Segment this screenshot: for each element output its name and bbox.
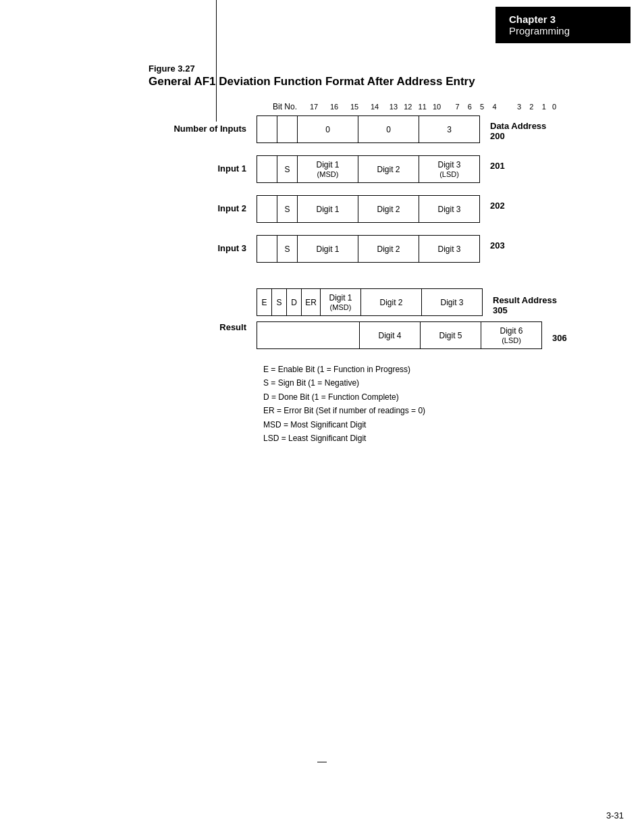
addr-202: 202 — [490, 195, 505, 211]
addr-num-306: 306 — [552, 333, 567, 343]
addr-num-200: 200 — [490, 131, 546, 141]
figure-title: General AF1 Deviation Function Format Af… — [149, 75, 603, 88]
addr-200: Data Address 200 — [490, 115, 546, 141]
result-section: Result E S D ER Digit 1(MSD) Digit 2 Dig… — [149, 288, 603, 349]
cell-in2-b17 — [257, 196, 277, 223]
bit-row-label: Bit No. — [263, 102, 297, 111]
addr-num-203: 203 — [490, 240, 505, 251]
bit-16: 16 — [324, 103, 344, 111]
chapter-sub: Programming — [509, 25, 617, 36]
cell-in2-digit1: Digit 1 — [298, 196, 358, 223]
addr-num-305: 305 — [493, 305, 557, 315]
result-address-label: Result Address — [493, 295, 557, 305]
addr-201: 201 — [490, 155, 505, 171]
cell-in2-s: S — [277, 196, 298, 223]
cell-res-digit3: Digit 3 — [422, 289, 483, 316]
cell-in1-digit2: Digit 2 — [358, 156, 419, 183]
cell-in3-b17 — [257, 236, 277, 263]
page-number: 3-31 — [606, 810, 624, 820]
legend-line-3: D = Done Bit (1 = Function Complete) — [263, 390, 603, 404]
input2-label: Input 2 — [149, 195, 257, 213]
bit-14: 14 — [365, 103, 385, 111]
chapter-label: Chapter 3 — [509, 14, 617, 25]
cell-res-digit2: Digit 2 — [361, 289, 422, 316]
cell-s: S — [272, 289, 287, 316]
result-rows: E S D ER Digit 1(MSD) Digit 2 Digit 3 Re… — [257, 288, 567, 349]
legend-line-5: MSD = Most Significant Digit — [263, 418, 603, 432]
input3-row: Input 3 S Digit 1 Digit 2 Digit 3 203 — [149, 235, 603, 263]
addr-num-202: 202 — [490, 201, 505, 211]
input1-label: Input 1 — [149, 155, 257, 174]
number-of-inputs-table: 0 0 3 — [257, 115, 480, 143]
input3-label: Input 3 — [149, 235, 257, 253]
figure-label: Figure 3.27 — [149, 63, 603, 74]
cell-in3-digit2: Digit 2 — [358, 236, 419, 263]
cell-in3-digit1: Digit 1 — [298, 236, 358, 263]
addr-306: 306 — [552, 328, 567, 343]
number-of-inputs-label: Number of Inputs — [149, 115, 257, 134]
main-content: Figure 3.27 General AF1 Deviation Functi… — [0, 43, 644, 465]
result-label: Result — [149, 288, 257, 332]
addr-num-201: 201 — [490, 161, 505, 171]
bit-74: 7 6 5 4 — [446, 103, 506, 111]
legend-line-6: LSD = Least Significant Digit — [263, 432, 603, 445]
cell-in1-digit1: Digit 1(MSD) — [298, 156, 358, 183]
legend-line-1: E = Enable Bit (1 = Function in Progress… — [263, 363, 603, 376]
cell-num-b13: 0 — [298, 116, 358, 143]
cell-num-b3: 3 — [419, 116, 480, 143]
left-rule — [216, 0, 217, 122]
cell-in2-digit2: Digit 2 — [358, 196, 419, 223]
cell-e: E — [257, 289, 272, 316]
bottom-dash: — — [317, 756, 327, 766]
cell-er: ER — [302, 289, 321, 316]
legend: E = Enable Bit (1 = Function in Progress… — [263, 363, 603, 445]
bit-row: Bit No. 17 16 15 14 13 12 11 10 7 6 5 4 … — [263, 102, 603, 111]
input1-row: Input 1 S Digit 1(MSD) Digit 2 Digit 3(L… — [149, 155, 603, 183]
result-table-row1: E S D ER Digit 1(MSD) Digit 2 Digit 3 — [257, 288, 483, 316]
cell-res-empty — [257, 322, 360, 349]
cell-res-digit6: Digit 6(LSD) — [481, 322, 542, 349]
cell-in1-b17 — [257, 156, 277, 183]
cell-in3-s: S — [277, 236, 298, 263]
chapter-badge: Chapter 3 Programming — [495, 7, 630, 43]
addr-305-wrapper: Result Address 305 — [493, 290, 557, 315]
cell-res-digit1: Digit 1(MSD) — [321, 289, 361, 316]
data-address-label: Data Address — [490, 121, 546, 131]
bit-15: 15 — [344, 103, 365, 111]
page-header: Chapter 3 Programming — [0, 0, 644, 43]
legend-line-2: S = Sign Bit (1 = Negative) — [263, 376, 603, 390]
cell-res-digit5: Digit 5 — [421, 322, 481, 349]
input3-table: S Digit 1 Digit 2 Digit 3 — [257, 235, 480, 263]
cell-in2-digit3: Digit 3 — [419, 196, 480, 223]
result-table-row2: Digit 4 Digit 5 Digit 6(LSD) — [257, 321, 542, 349]
input2-row: Input 2 S Digit 1 Digit 2 Digit 3 202 — [149, 195, 603, 223]
cell-in3-digit3: Digit 3 — [419, 236, 480, 263]
cell-num-b15 — [277, 116, 298, 143]
bit-17: 17 — [304, 103, 324, 111]
addr-203: 203 — [490, 235, 505, 251]
number-of-inputs-row: Number of Inputs 0 0 3 Data Address 200 — [149, 115, 603, 143]
legend-line-4: ER = Error Bit (Set if number of reading… — [263, 404, 603, 417]
cell-num-b7: 0 — [358, 116, 419, 143]
cell-in1-digit3: Digit 3(LSD) — [419, 156, 480, 183]
cell-num-b17 — [257, 116, 277, 143]
bit-30: 3 2 1 0 — [506, 103, 567, 111]
cell-d: D — [287, 289, 302, 316]
cell-in1-s: S — [277, 156, 298, 183]
input1-table: S Digit 1(MSD) Digit 2 Digit 3(LSD) — [257, 155, 480, 183]
input2-table: S Digit 1 Digit 2 Digit 3 — [257, 195, 480, 223]
bit-1310: 13 12 11 10 — [385, 103, 446, 111]
cell-res-digit4: Digit 4 — [360, 322, 421, 349]
result-row2-wrapper: Digit 4 Digit 5 Digit 6(LSD) 306 — [257, 321, 567, 349]
result-row1-wrapper: E S D ER Digit 1(MSD) Digit 2 Digit 3 Re… — [257, 288, 567, 316]
